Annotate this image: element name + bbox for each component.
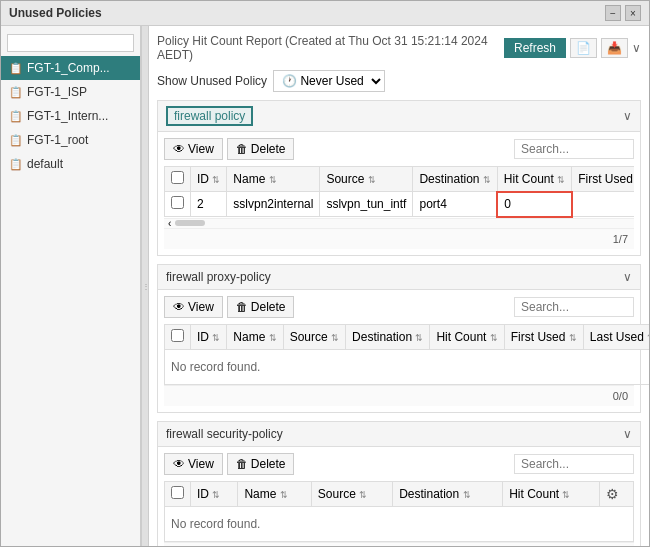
sort-icon: ⇅ (562, 490, 570, 500)
delete-label: Delete (251, 142, 286, 156)
row-name: sslvpn2internal (233, 197, 313, 211)
horizontal-scrollbar[interactable]: ‹ (164, 218, 634, 228)
security-delete-button[interactable]: 🗑 Delete (227, 453, 295, 475)
sidebar-resizer[interactable]: ⋮ (141, 26, 149, 546)
row-source: sslvpn_tun_intf (326, 197, 406, 211)
firewall-proxy-policy-section: firewall proxy-policy ∨ 👁 View 🗑 Dele (157, 264, 641, 413)
security-select-all-checkbox[interactable] (171, 486, 184, 499)
row-checkbox[interactable] (171, 196, 184, 209)
proxy-search-input[interactable] (514, 297, 634, 317)
folder-icon: 📋 (9, 62, 23, 75)
proxy-select-all-checkbox[interactable] (171, 329, 184, 342)
row-id-cell: 2 (191, 192, 227, 217)
firewall-policy-title: firewall policy (166, 106, 253, 126)
row-first-used-cell (572, 192, 634, 217)
title-bar: Unused Policies − × (1, 1, 649, 26)
folder-icon: 📋 (9, 158, 23, 171)
firewall-proxy-policy-header[interactable]: firewall proxy-policy ∨ (158, 265, 640, 290)
sidebar-search-input[interactable] (7, 34, 134, 52)
minimize-button[interactable]: − (605, 5, 621, 21)
proxy-view-button[interactable]: 👁 View (164, 296, 223, 318)
firewall-policy-section: firewall policy ∨ 👁 View 🗑 Delete (157, 100, 641, 256)
security-view-button[interactable]: 👁 View (164, 453, 223, 475)
firewall-proxy-policy-chevron-icon: ∨ (623, 270, 632, 284)
select-all-checkbox[interactable] (171, 171, 184, 184)
show-policy-label: Show Unused Policy (157, 74, 267, 88)
sidebar-item-label: FGT-1_Intern... (27, 109, 108, 123)
col-name: Name ⇅ (227, 324, 283, 349)
sort-icon: ⇅ (569, 333, 577, 343)
firewall-policy-body: 👁 View 🗑 Delete (158, 132, 640, 255)
sidebar-item-fgt1-root[interactable]: 📋 FGT-1_root (1, 128, 140, 152)
proxy-policy-toolbar: 👁 View 🗑 Delete (164, 296, 634, 318)
toolbar-left: 👁 View 🗑 Delete (164, 138, 294, 160)
window-controls: − × (605, 5, 641, 21)
delete-label: Delete (251, 457, 286, 471)
window-body: 📋 FGT-1_Comp... 📋 FGT-1_ISP 📋 FGT-1_Inte… (1, 26, 649, 546)
security-search-input[interactable] (514, 454, 634, 474)
no-record-cell: No record found. (165, 506, 634, 541)
scroll-thumb[interactable] (175, 220, 205, 226)
trash-icon: 🗑 (236, 457, 248, 471)
show-policy-bar: Show Unused Policy 🕐 Never Used (157, 70, 641, 92)
folder-icon: 📋 (9, 86, 23, 99)
col-source: Source ⇅ (283, 324, 345, 349)
search-input[interactable] (514, 139, 634, 159)
close-button[interactable]: × (625, 5, 641, 21)
proxy-policy-pagination: 0/0 (164, 385, 634, 406)
no-record-text: No record found. (171, 511, 627, 537)
sort-icon: ⇅ (483, 175, 491, 185)
sort-icon: ⇅ (212, 175, 220, 185)
col-first-used: First Used ⇅ (504, 324, 583, 349)
col-name: Name ⇅ (227, 167, 320, 192)
header-chevron-icon: ∨ (632, 41, 641, 55)
firewall-proxy-policy-body: 👁 View 🗑 Delete (158, 290, 640, 412)
security-table-header-row: ID ⇅ Name ⇅ Source ⇅ Destination ⇅ Hit C… (165, 481, 634, 506)
sidebar-item-fgt1-isp[interactable]: 📋 FGT-1_ISP (1, 80, 140, 104)
header-bar: Policy Hit Count Report (Created at Thu … (157, 34, 641, 62)
view-button[interactable]: 👁 View (164, 138, 223, 160)
col-checkbox (165, 167, 191, 192)
refresh-button[interactable]: Refresh (504, 38, 566, 58)
col-settings[interactable]: ⚙ (600, 481, 634, 506)
sidebar-item-fgt1-comp[interactable]: 📋 FGT-1_Comp... (1, 56, 140, 80)
sort-icon: ⇅ (280, 490, 288, 500)
col-destination: Destination ⇅ (413, 167, 497, 192)
firewall-policy-toolbar: 👁 View 🗑 Delete (164, 138, 634, 160)
col-destination: Destination ⇅ (393, 481, 503, 506)
scroll-left-arrow[interactable]: ‹ (168, 218, 171, 229)
row-id: 2 (197, 197, 204, 211)
eye-icon: 👁 (173, 300, 185, 314)
col-source: Source ⇅ (311, 481, 392, 506)
proxy-table-header-row: ID ⇅ Name ⇅ Source ⇅ Destination ⇅ Hit C… (165, 324, 650, 349)
table-row: 2 sslvpn2internal sslvpn_tun_intf port4 … (165, 192, 635, 217)
firewall-policy-pagination: 1/7 (164, 228, 634, 249)
row-destination: port4 (419, 197, 446, 211)
sort-icon: ⇅ (269, 333, 277, 343)
view-label: View (188, 300, 214, 314)
delete-button[interactable]: 🗑 Delete (227, 138, 295, 160)
firewall-proxy-policy-title: firewall proxy-policy (166, 270, 271, 284)
sort-icon: ⇅ (269, 175, 277, 185)
sidebar-item-label: FGT-1_root (27, 133, 88, 147)
security-policy-pagination: 0/0 (164, 542, 634, 547)
row-name-cell: sslvpn2internal (227, 192, 320, 217)
folder-icon: 📋 (9, 134, 23, 147)
firewall-policy-header[interactable]: firewall policy ∨ (158, 101, 640, 132)
sort-icon: ⇅ (647, 333, 649, 343)
sort-icon: ⇅ (212, 490, 220, 500)
sidebar-item-fgt1-intern[interactable]: 📋 FGT-1_Intern... (1, 104, 140, 128)
never-used-select[interactable]: 🕐 Never Used (273, 70, 385, 92)
firewall-policy-table: ID ⇅ Name ⇅ Source ⇅ Destination ⇅ Hit C… (164, 166, 634, 218)
proxy-delete-button[interactable]: 🗑 Delete (227, 296, 295, 318)
resizer-dots: ⋮ (142, 282, 149, 291)
col-id: ID ⇅ (191, 324, 227, 349)
col-last-used: Last Used ⇅ (583, 324, 649, 349)
col-checkbox (165, 324, 191, 349)
download-icon-button[interactable]: 📥 (601, 38, 628, 58)
sidebar-item-default[interactable]: 📋 default (1, 152, 140, 176)
delete-label: Delete (251, 300, 286, 314)
col-source: Source ⇅ (320, 167, 413, 192)
firewall-security-policy-header[interactable]: firewall security-policy ∨ (158, 422, 640, 447)
export-icon-button[interactable]: 📄 (570, 38, 597, 58)
